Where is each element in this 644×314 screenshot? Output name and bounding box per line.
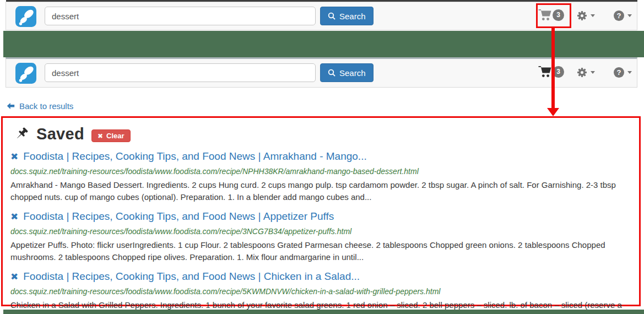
- search-button-label: Search: [339, 68, 366, 78]
- cart-icon: [538, 66, 551, 78]
- clear-saved-button[interactable]: ✖ Clear: [91, 129, 131, 142]
- annotation-arrow-head: [547, 108, 559, 116]
- result-title-link[interactable]: Foodista | Recipes, Cooking Tips, and Fo…: [23, 210, 334, 223]
- pin-icon: [13, 126, 29, 143]
- caret-down-icon: [627, 71, 632, 74]
- gear-icon: [577, 10, 587, 21]
- annotation-arrow-line: [551, 27, 555, 109]
- page-background-band: [3, 31, 644, 57]
- search-button[interactable]: Search: [320, 63, 374, 82]
- saved-header: Saved ✖ Clear: [13, 125, 632, 143]
- search-input[interactable]: [45, 7, 316, 25]
- back-link-label: Back to results: [19, 101, 73, 111]
- caret-down-icon: [591, 71, 595, 74]
- saved-panel-title: Saved: [36, 125, 84, 143]
- squiz-logo-icon[interactable]: [15, 6, 36, 27]
- saved-panel: Saved ✖ Clear ✖ Foodista | Recipes, Cook…: [1, 116, 641, 306]
- header-bar-top: Search 3 ?: [6, 2, 637, 30]
- settings-dropdown[interactable]: [577, 10, 595, 21]
- gear-icon: [577, 67, 587, 78]
- help-icon: ?: [614, 10, 624, 21]
- header-bar: Search 3 ?: [6, 57, 637, 88]
- caret-down-icon: [591, 14, 595, 17]
- remove-saved-icon[interactable]: ✖: [10, 271, 18, 283]
- result-url: docs.squiz.net/training-resources/foodis…: [10, 227, 631, 236]
- result-title-link[interactable]: Foodista | Recipes, Cooking Tips, and Fo…: [23, 270, 360, 283]
- page-background-band: [3, 310, 644, 314]
- clear-x-icon: ✖: [98, 132, 103, 140]
- search-button[interactable]: Search: [320, 7, 374, 25]
- help-dropdown[interactable]: ?: [614, 10, 632, 21]
- result-snippet: Appetizer Puffs. Photo: flickr userIngre…: [10, 239, 631, 263]
- arrow-left-icon: [7, 102, 15, 110]
- result-snippet: Amrakhand - Mango Based Dessert. Ingredi…: [10, 179, 631, 203]
- remove-saved-icon[interactable]: ✖: [10, 211, 18, 223]
- help-dropdown[interactable]: ?: [614, 67, 632, 78]
- caret-down-icon: [627, 14, 632, 17]
- back-to-results-link[interactable]: Back to results: [7, 101, 73, 111]
- search-icon: [328, 12, 335, 20]
- search-input[interactable]: [45, 63, 316, 82]
- help-icon: ?: [614, 67, 624, 78]
- saved-result: ✖ Foodista | Recipes, Cooking Tips, and …: [10, 210, 631, 263]
- annotation-cart-highlight: [536, 3, 571, 28]
- saved-result: ✖ Foodista | Recipes, Cooking Tips, and …: [10, 270, 631, 314]
- result-url: docs.squiz.net/training-resources/foodis…: [10, 167, 631, 176]
- remove-saved-icon[interactable]: ✖: [10, 151, 18, 163]
- saved-result: ✖ Foodista | Recipes, Cooking Tips, and …: [10, 150, 631, 203]
- settings-dropdown[interactable]: [577, 67, 595, 78]
- clear-button-label: Clear: [106, 132, 125, 140]
- search-button-label: Search: [339, 12, 366, 21]
- result-title-link[interactable]: Foodista | Recipes, Cooking Tips, and Fo…: [23, 150, 366, 163]
- squiz-logo-icon[interactable]: [15, 63, 36, 84]
- result-url: docs.squiz.net/training-resources/foodis…: [10, 287, 631, 296]
- search-icon: [328, 69, 335, 77]
